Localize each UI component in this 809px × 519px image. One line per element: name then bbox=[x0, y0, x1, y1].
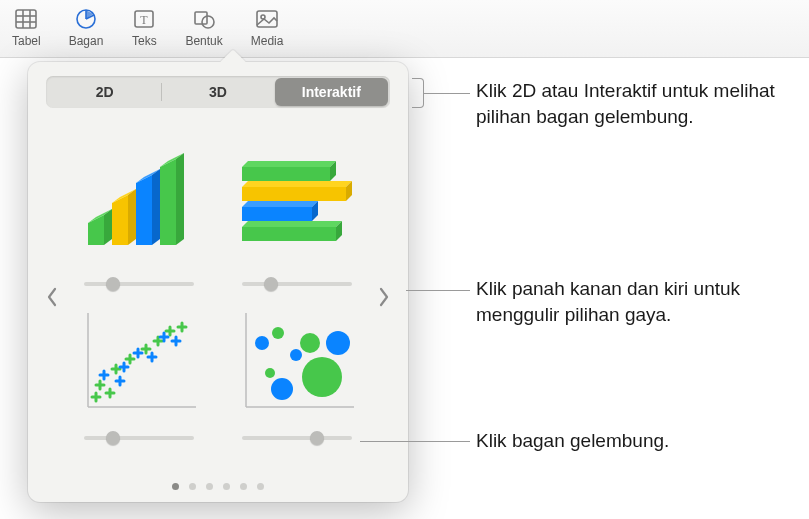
svg-marker-20 bbox=[136, 175, 152, 245]
callout-bracket bbox=[412, 78, 424, 108]
svg-marker-32 bbox=[242, 201, 318, 207]
svg-point-76 bbox=[272, 327, 284, 339]
svg-point-77 bbox=[271, 378, 293, 400]
callout-line bbox=[360, 441, 470, 442]
style-slider[interactable] bbox=[84, 277, 194, 291]
svg-point-80 bbox=[302, 357, 342, 397]
style-slider[interactable] bbox=[84, 431, 194, 445]
svg-marker-19 bbox=[128, 189, 136, 245]
media-icon bbox=[254, 6, 280, 32]
svg-marker-17 bbox=[112, 195, 128, 245]
chart-option-bubble[interactable] bbox=[226, 303, 368, 445]
svg-marker-36 bbox=[242, 227, 336, 241]
svg-marker-27 bbox=[242, 167, 330, 181]
page-dot[interactable] bbox=[257, 483, 264, 490]
svg-marker-26 bbox=[242, 161, 336, 167]
callout-arrows: Klik panah kanan dan kiri untuk mengguli… bbox=[476, 276, 776, 327]
svg-marker-33 bbox=[242, 207, 312, 221]
svg-text:T: T bbox=[141, 13, 149, 27]
toolbar-label: Bentuk bbox=[185, 34, 222, 48]
nav-right-arrow[interactable] bbox=[372, 267, 396, 327]
svg-marker-29 bbox=[242, 181, 352, 187]
svg-point-74 bbox=[255, 336, 269, 350]
toolbar-item-shape[interactable]: Bentuk bbox=[185, 6, 222, 48]
bubble-chart-thumb bbox=[232, 303, 362, 423]
svg-rect-10 bbox=[195, 12, 207, 24]
chart-option-scatter[interactable] bbox=[68, 303, 210, 445]
page-dots bbox=[40, 477, 396, 492]
chart-option-bar[interactable] bbox=[226, 149, 368, 291]
callout-bubble: Klik bagan gelembung. bbox=[476, 428, 796, 454]
chart-grid-area bbox=[40, 116, 396, 477]
page-dot[interactable] bbox=[172, 483, 179, 490]
toolbar-item-media[interactable]: Media bbox=[251, 6, 284, 48]
callout-tabs: Klik 2D atau Interaktif untuk melihat pi… bbox=[476, 78, 776, 129]
toolbar-item-table[interactable]: Tabel bbox=[12, 6, 41, 48]
pie-chart-icon bbox=[73, 6, 99, 32]
svg-marker-25 bbox=[176, 153, 184, 245]
style-slider[interactable] bbox=[242, 431, 352, 445]
toolbar-item-chart[interactable]: Bagan bbox=[69, 6, 104, 48]
scatter-chart-thumb bbox=[74, 303, 204, 423]
svg-rect-0 bbox=[16, 10, 36, 28]
toolbar-item-text[interactable]: T Teks bbox=[131, 6, 157, 48]
page-dot[interactable] bbox=[206, 483, 213, 490]
text-icon: T bbox=[131, 6, 157, 32]
toolbar-label: Bagan bbox=[69, 34, 104, 48]
bar-chart-thumb bbox=[232, 149, 362, 269]
shape-icon bbox=[191, 6, 217, 32]
page-dot[interactable] bbox=[240, 483, 247, 490]
svg-point-78 bbox=[290, 349, 302, 361]
page-dot[interactable] bbox=[189, 483, 196, 490]
nav-left-arrow[interactable] bbox=[40, 267, 64, 327]
svg-point-75 bbox=[265, 368, 275, 378]
tab-3d[interactable]: 3D bbox=[161, 78, 274, 106]
column-chart-thumb bbox=[74, 149, 204, 269]
svg-marker-30 bbox=[242, 187, 346, 201]
svg-marker-16 bbox=[104, 209, 112, 245]
toolbar-label: Media bbox=[251, 34, 284, 48]
svg-point-79 bbox=[300, 333, 320, 353]
tab-interactive[interactable]: Interaktif bbox=[275, 78, 388, 106]
svg-point-11 bbox=[202, 16, 214, 28]
tab-2d[interactable]: 2D bbox=[48, 78, 161, 106]
chart-type-segmented: 2D 3D Interaktif bbox=[46, 76, 390, 108]
toolbar-label: Teks bbox=[132, 34, 157, 48]
callout-line bbox=[424, 93, 470, 94]
svg-marker-23 bbox=[160, 159, 176, 245]
callout-line bbox=[406, 290, 470, 291]
toolbar: Tabel Bagan T Teks bbox=[0, 0, 809, 58]
page-dot[interactable] bbox=[223, 483, 230, 490]
table-icon bbox=[13, 6, 39, 32]
svg-marker-22 bbox=[152, 169, 160, 245]
chart-option-column[interactable] bbox=[68, 149, 210, 291]
chart-picker-popover: 2D 3D Interaktif bbox=[28, 62, 408, 502]
svg-marker-14 bbox=[88, 215, 104, 245]
toolbar-label: Tabel bbox=[12, 34, 41, 48]
chart-grid bbox=[64, 145, 372, 449]
svg-point-81 bbox=[326, 331, 350, 355]
svg-marker-35 bbox=[242, 221, 342, 227]
style-slider[interactable] bbox=[242, 277, 352, 291]
